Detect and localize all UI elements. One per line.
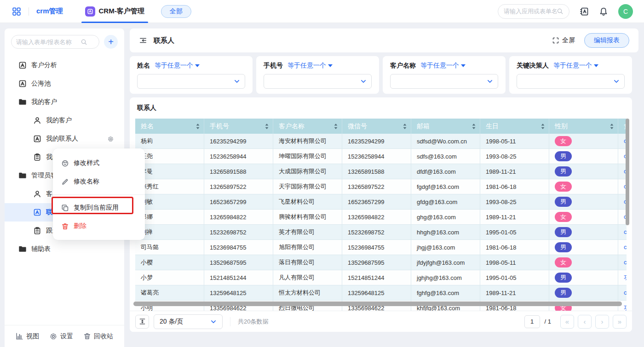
chevron-down-icon [234, 78, 240, 85]
column-header[interactable]: 客户名称 [273, 119, 342, 134]
cell-email: fgdgf@163.com [411, 179, 480, 194]
next-page-button[interactable]: › [595, 315, 609, 329]
sort-icon[interactable] [196, 123, 200, 130]
app-grid-icon[interactable] [12, 7, 21, 16]
sidebar-item[interactable]: 公海池 [5, 74, 124, 93]
sidebar-search-input[interactable] [16, 39, 80, 46]
filter-operator-dropdown[interactable]: 等于任意一个 [155, 62, 200, 70]
cell-gender: 女 [549, 134, 618, 149]
cell-owner: crm管理员 [618, 255, 627, 270]
sort-icon[interactable] [472, 123, 476, 130]
prev-page-button[interactable]: ‹ [578, 315, 592, 329]
last-page-button[interactable]: » [613, 315, 627, 329]
table-row[interactable]: 郑娜 13265984822 腾骏材料有限公司 13265984822 ghg@… [135, 210, 627, 225]
first-page-button[interactable]: « [560, 315, 574, 329]
sidebar-item[interactable]: 我的联系人 [5, 130, 124, 148]
filter-value-select[interactable] [517, 74, 625, 89]
row-height-button[interactable] [135, 315, 149, 329]
page-number-input[interactable] [524, 315, 540, 328]
owner-link[interactable]: 功能管理员 [624, 273, 627, 282]
cell-birthday: 1998-05-11 [480, 134, 549, 149]
sidebar-item[interactable]: 我的客户 [5, 93, 124, 111]
table-row[interactable]: 诸葛亮 13259648125 恒太方材料公司 13259648125 fghf… [135, 285, 627, 301]
table-row[interactable]: 刘禅 15232698752 英才有限公司 15232698752 hhgh@1… [135, 225, 627, 240]
menu-item-copy-to-app[interactable]: 复制到当前应用 [53, 199, 145, 217]
filter-value-select[interactable] [390, 74, 498, 89]
sidebar-search[interactable] [11, 35, 99, 49]
sidebar-footer-item[interactable]: 回收站 [83, 332, 113, 341]
vertical-scrollbar[interactable] [626, 119, 629, 225]
sort-icon[interactable] [540, 123, 545, 130]
table-row[interactable]: 小樱 13529687595 落日有限公司 13529687595 jfdyjf… [135, 255, 627, 270]
sort-icon[interactable] [334, 123, 338, 130]
sort-icon[interactable] [402, 123, 407, 130]
user-avatar[interactable]: C [618, 4, 633, 19]
app-tab-crm[interactable]: CRM-客户管理 [79, 0, 151, 23]
table-row[interactable]: 张秀红 13265897522 天宇国际有限公司 13265897522 fgd… [135, 179, 627, 194]
owner-link[interactable]: crm管理员 [624, 258, 627, 267]
table-row[interactable]: 王尧 15236258944 坤曜国际有限公司 15236258944 sdfs… [135, 149, 627, 164]
scope-pill[interactable]: 全部 [161, 5, 191, 18]
filter-operator-dropdown[interactable]: 等于任意一个 [420, 62, 466, 70]
table-row[interactable]: 杨莉 16235294299 海安材料有限公司 16235294299 sdfs… [135, 134, 627, 149]
sort-icon[interactable] [264, 123, 269, 130]
style-icon [61, 159, 69, 167]
owner-link[interactable]: crm管理员 [624, 243, 627, 251]
add-form-button[interactable]: + [104, 35, 118, 49]
search-icon [557, 8, 564, 15]
sidebar-item[interactable]: 客户分析 [5, 56, 124, 74]
column-header[interactable]: 邮箱 [411, 119, 480, 134]
form-icon [18, 80, 27, 88]
table-row[interactable]: 李曼 13265891588 大成国际有限公司 13265891588 dfdf… [135, 164, 627, 179]
owner-link[interactable]: crm管理员 [624, 228, 627, 236]
table-row[interactable]: 司马懿 15236984755 旭阳有限公司 15236984755 jhgj@… [135, 240, 627, 255]
column-header[interactable]: 性别 [549, 119, 618, 134]
horizontal-scrollbar[interactable] [133, 301, 622, 306]
cell-phone: 13265897522 [204, 179, 273, 194]
sidebar-item[interactable]: 辅助表 [5, 240, 124, 258]
item-config-gear-icon[interactable] [107, 136, 114, 142]
sidebar-footer-item[interactable]: 视图 [16, 332, 39, 341]
gear-icon [49, 332, 58, 341]
column-header[interactable]: 生日 [480, 119, 549, 134]
trash-icon [83, 332, 91, 340]
edit-report-button[interactable]: 编辑报表 [584, 33, 629, 48]
page-size-select[interactable]: 20 条/页 [154, 314, 223, 329]
notification-bell-icon[interactable] [599, 7, 608, 16]
cell-phone: 15232698752 [204, 225, 273, 240]
filter-operator-dropdown[interactable]: 等于任意一个 [553, 62, 598, 70]
chevron-down-icon [613, 78, 620, 85]
menu-item-rename[interactable]: 修改名称 [53, 172, 145, 191]
column-header[interactable]: 微信号 [342, 119, 411, 134]
filter-value-select[interactable] [264, 74, 372, 89]
double-chevron-left-icon: « [565, 318, 569, 325]
cell-birthday: 1993-08-25 [480, 149, 549, 164]
cell-wechat: 15236984755 [342, 240, 411, 255]
global-search[interactable] [498, 4, 569, 19]
filter-operator-dropdown[interactable]: 等于任意一个 [288, 62, 333, 70]
cell-company: 旭阳有限公司 [273, 240, 342, 255]
collapse-sidebar-icon[interactable] [139, 36, 147, 45]
fullscreen-button[interactable]: 全屏 [552, 36, 575, 45]
filter-value-select[interactable] [137, 74, 245, 89]
caret-down-icon [195, 64, 200, 67]
sort-icon[interactable] [610, 123, 614, 130]
filter-card: 姓名 等于任意一个 [130, 56, 253, 94]
table-row[interactable]: 刘敏 16523657299 飞星材料公司 16523657299 gfdg@1… [135, 194, 627, 210]
cell-company: 坤曜国际有限公司 [273, 149, 342, 164]
owner-link[interactable]: crm管理员 [624, 289, 627, 297]
owner-link[interactable]: 功能管理员 [624, 304, 627, 311]
workspace-name[interactable]: crm管理 [36, 7, 63, 16]
menu-item-modify-style[interactable]: 修改样式 [53, 154, 145, 172]
column-header[interactable]: 手机号 [204, 119, 273, 134]
column-header[interactable]: 姓名 [135, 119, 204, 134]
table-row[interactable]: 小梦 15214851244 凡人有限公司 15214851244 jghjhg… [135, 270, 627, 285]
sidebar-footer-item[interactable]: 设置 [49, 332, 73, 341]
gender-badge: 女 [555, 257, 572, 267]
contacts-book-icon[interactable] [580, 7, 589, 16]
menu-item-delete[interactable]: 删除 [53, 217, 145, 235]
gender-badge: 男 [555, 273, 572, 283]
sidebar-item[interactable]: 我的客户 [5, 111, 124, 130]
gender-badge: 男 [555, 242, 572, 252]
global-search-input[interactable] [504, 8, 557, 15]
